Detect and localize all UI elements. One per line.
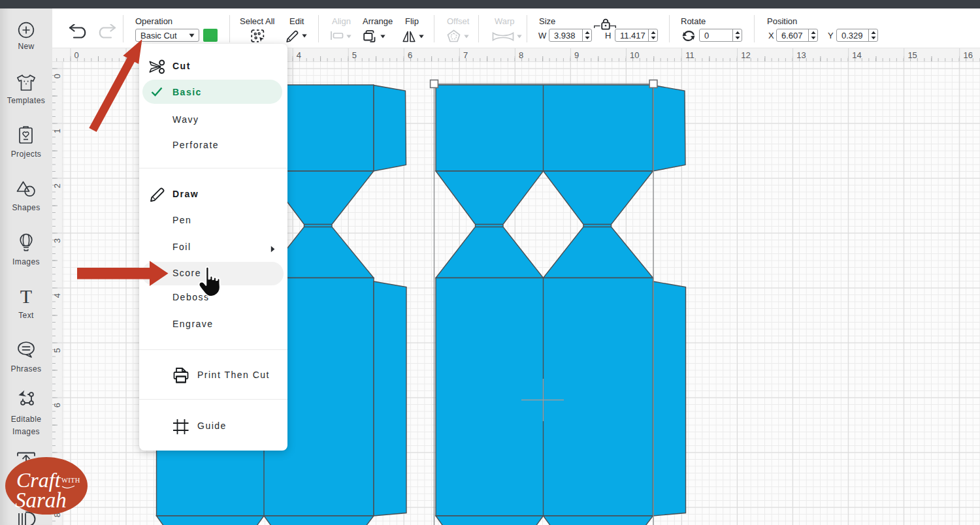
svg-text:WITH: WITH xyxy=(61,477,80,484)
svg-text:T: T xyxy=(20,287,32,306)
svg-text:Sarah: Sarah xyxy=(15,488,67,512)
